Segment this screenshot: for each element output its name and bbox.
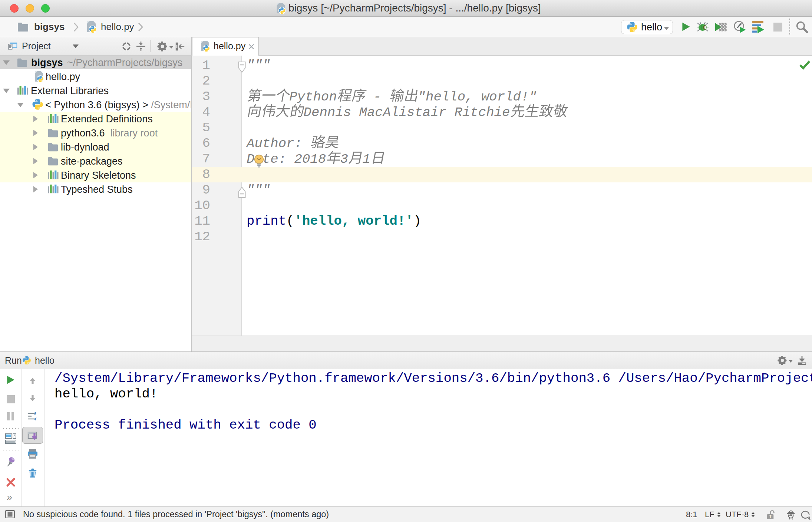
svg-text:Author:: Author:	[246, 136, 310, 151]
svg-text:Python: Python	[289, 89, 337, 105]
svg-text:Dennis MacAlistair Ritchie: Dennis MacAlistair Ritchie	[304, 105, 510, 120]
svg-text:3: 3	[340, 152, 348, 167]
svg-text:1: 1	[362, 152, 370, 167]
svg-text:-: -	[366, 89, 389, 105]
svg-text:"hello, world!": "hello, world!"	[418, 89, 537, 105]
